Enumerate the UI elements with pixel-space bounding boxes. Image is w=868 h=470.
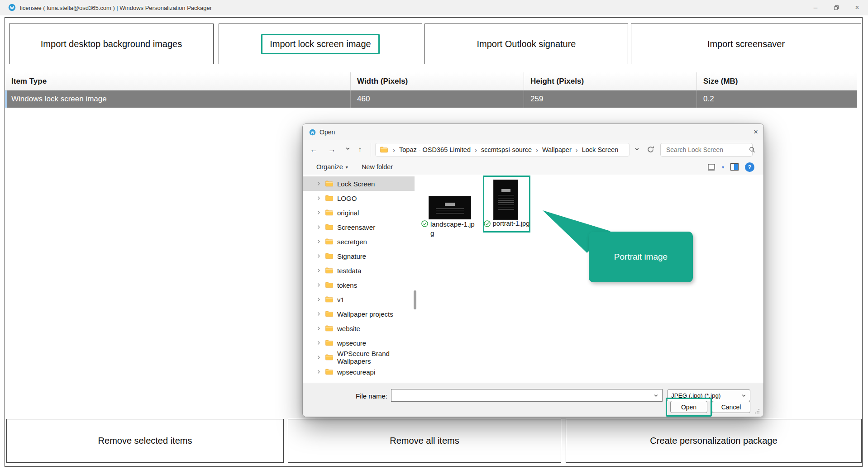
column-header-width[interactable]: Width (Pixels) [351,72,524,90]
import-lock-screen-label: Import lock screen image [270,39,371,49]
chevron-right-icon[interactable] [316,181,321,186]
file-name-combobox[interactable] [391,389,663,402]
chevron-right-icon[interactable] [316,283,321,287]
landscape-file-label[interactable]: landscape-1.jpg [421,220,475,238]
portrait-thumbnail[interactable] [494,180,518,219]
change-view-icon[interactable] [708,164,715,171]
breadcrumb-segment-source[interactable]: sccmtspsi-source [481,146,532,153]
chevron-right-icon[interactable] [316,239,321,244]
tree-item-v1[interactable]: v1 [303,292,415,307]
tree-item-original[interactable]: original [303,205,415,220]
chevron-right-icon[interactable] [316,370,321,374]
import-lock-screen-button[interactable]: Import lock screen image [219,24,422,64]
remove-all-items-button[interactable]: Remove all items [288,419,561,463]
lock-screen-annotation-box: Import lock screen image [261,34,379,54]
tree-item-wallpaper-projects[interactable]: Wallpaper projects [303,307,415,321]
chevron-right-icon[interactable] [316,312,321,316]
tree-item-website[interactable]: website [303,321,415,336]
breadcrumb-segment-root[interactable]: Topaz - OSD365 Limited [399,146,471,153]
column-header-height[interactable]: Height (Pixels) [524,72,697,90]
restore-button[interactable] [826,0,847,15]
tree-item-lock-screen[interactable]: Lock Screen [303,176,415,191]
back-button[interactable]: ← [310,144,318,155]
file-name-input[interactable] [391,389,653,401]
view-caret-down-icon[interactable]: ▾ [722,165,724,170]
import-outlook-signature-label: Import Outlook signature [477,39,576,49]
chevron-right-icon[interactable] [316,268,321,273]
folder-icon [325,296,333,303]
chevron-right-icon[interactable] [316,254,321,258]
command-bar-right-icons: ▾ ? [708,159,754,175]
landscape-thumbnail[interactable] [429,196,471,219]
tree-scrollbar-thumb[interactable] [414,290,416,309]
table-header: Item Type Width (Pixels) Height (Pixels)… [5,72,857,90]
tree-item-wpsecure-brand-wallpapers[interactable]: WPSecure Brand Wallpapers [303,350,415,365]
breadcrumb-segment-wallpaper[interactable]: Wallpaper [542,146,572,153]
callout-bubble: Portrait image [589,232,693,282]
tree-item-wpsecure[interactable]: wpsecure [303,336,415,350]
minimize-button[interactable]: – [805,0,826,15]
import-outlook-signature-button[interactable]: Import Outlook signature [424,24,628,64]
refresh-icon[interactable] [647,146,654,153]
breadcrumb-segment-lock-screen[interactable]: Lock Screen [582,146,619,153]
table-row[interactable]: Windows lock screen image 460 259 0.2 [5,90,857,108]
caret-down-icon: ▾ [346,165,348,170]
column-header-size[interactable]: Size (MB) [697,72,857,90]
chevron-right-icon[interactable] [316,210,321,215]
create-package-button[interactable]: Create personalization package [566,419,862,463]
close-button[interactable]: × [847,0,868,15]
tree-item-label: original [337,209,359,217]
chevron-right-icon[interactable] [316,225,321,229]
tree-item-signature[interactable]: Signature [303,249,415,263]
organize-menu[interactable]: Organize ▾ [316,163,348,171]
import-screensaver-label: Import screensaver [707,39,785,49]
dialog-command-bar: Organize ▾ New folder ▾ ? [303,159,763,175]
dialog-close-button[interactable]: × [754,128,758,137]
combo-chevron-down-icon[interactable] [653,393,658,398]
dialog-title-bar: Open × [303,124,763,140]
chevron-right-icon[interactable] [316,196,321,200]
folder-icon [325,195,333,201]
thumbnail-detail [445,203,455,206]
up-button[interactable]: ↑ [358,144,362,155]
chevron-right-icon[interactable] [316,341,321,345]
chevron-right-icon[interactable] [316,326,321,331]
folder-icon [325,354,333,361]
resize-grip[interactable] [754,408,760,414]
tree-item-label: v1 [337,296,344,304]
address-dropdown-chevron-icon[interactable] [634,147,639,152]
preview-pane-icon[interactable] [730,163,739,171]
search-input[interactable] [665,146,749,154]
crumb-separator-icon: › [475,146,477,154]
new-folder-button[interactable]: New folder [362,163,393,171]
tree-item-label: wpsecureapi [337,368,375,376]
cancel-button[interactable]: Cancel [712,401,750,413]
tree-item-label: website [337,325,360,332]
tree-item-screensaver[interactable]: Screensaver [303,220,415,234]
chevron-right-icon[interactable] [316,297,321,302]
search-box[interactable] [660,143,753,157]
column-header-item-type[interactable]: Item Type [5,72,351,90]
import-screensaver-button[interactable]: Import screensaver [631,24,861,64]
tree-item-logo[interactable]: LOGO [303,191,415,205]
dialog-nav-bar: ← → ↑ › Topaz - OSD365 Limited › sccmtsp… [303,140,763,160]
callout-text: Portrait image [614,252,668,262]
folder-icon [325,369,333,375]
breadcrumb[interactable]: › Topaz - OSD365 Limited › sccmtspsi-sou… [375,143,630,157]
tree-item-label: Lock Screen [337,180,375,188]
tree-item-testdata[interactable]: testdata [303,263,415,278]
forward-button[interactable]: → [328,144,336,155]
recent-locations-chevron-icon[interactable] [345,146,350,151]
tree-item-wpsecureapi[interactable]: wpsecureapi [303,365,415,379]
remove-selected-items-button[interactable]: Remove selected items [6,419,284,463]
tree-item-label: Signature [337,252,366,260]
restore-icon [834,5,839,10]
help-icon[interactable]: ? [745,162,754,172]
tree-item-secretgen[interactable]: secretgen [303,234,415,249]
import-desktop-background-button[interactable]: Import desktop background images [9,24,214,64]
portrait-file-label[interactable]: portrait-1.jpg [483,220,530,227]
chevron-right-icon[interactable] [316,355,321,360]
open-button[interactable]: Open [670,401,707,413]
tree-item-tokens[interactable]: tokens [303,278,415,292]
folder-icon [325,267,333,274]
